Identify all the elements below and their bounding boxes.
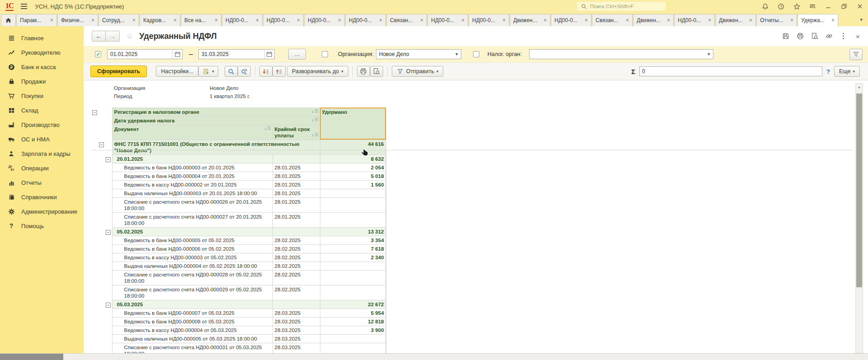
subgroup-empty-cell[interactable] (272, 154, 320, 163)
tab-close-icon[interactable]: × (50, 18, 53, 23)
tab-16[interactable]: НД00-0...× (674, 14, 715, 26)
favorites-icon[interactable] (793, 3, 800, 10)
tab-9[interactable]: Связан...× (386, 14, 427, 26)
sidebar-item-6[interactable]: Производство (0, 117, 84, 132)
tab-close-icon[interactable]: × (215, 18, 218, 23)
collapse-icon[interactable]: − (106, 157, 111, 162)
sidebar-item-2[interactable]: ₽Банк и касса (0, 60, 84, 74)
document-cell[interactable]: Списание с расчетного счета НД00-000027 … (112, 212, 272, 227)
document-cell[interactable]: Ведомость в банк НД00-000004 от 20.01.20… (112, 172, 272, 180)
withheld-cell[interactable]: 5 018 (320, 172, 386, 180)
deadline-cell[interactable]: 28.03.2025 (272, 309, 320, 317)
sidebar-item-10[interactable]: Отчеты (0, 175, 84, 190)
sidebar-item-1[interactable]: Руководителю (0, 45, 84, 60)
collapse-groups-button[interactable] (272, 66, 286, 77)
subgroup-total-cell[interactable]: 13 312 (320, 227, 386, 236)
subgroup-date-cell[interactable]: 05.02.2025 (112, 227, 272, 236)
sidebar-item-4[interactable]: Покупки (0, 89, 84, 103)
tab-close-icon[interactable]: × (256, 18, 259, 23)
withheld-cell[interactable]: 12 818 (320, 317, 386, 326)
withheld-cell[interactable] (320, 262, 386, 270)
tab-close-icon[interactable]: × (790, 18, 793, 23)
sidebar-item-3[interactable]: Продажи (0, 74, 84, 89)
tab-2[interactable]: Сотруд...× (99, 14, 139, 26)
hamburger-menu-icon[interactable] (21, 4, 27, 9)
organization-combobox[interactable]: Новое Дело ▼ (376, 49, 461, 59)
tab-close-icon[interactable]: × (831, 18, 835, 23)
subgroup-total-cell[interactable]: 22 672 (320, 300, 386, 309)
tab-7[interactable]: НД00-0...× (304, 14, 345, 26)
print-icon[interactable] (796, 33, 804, 40)
sidebar-item-11[interactable]: Справочники (0, 190, 84, 204)
col-withheld[interactable]: Удержано (320, 108, 386, 140)
print-preview-button[interactable] (370, 66, 383, 77)
document-cell[interactable]: Выдача наличных НД00-000004 от 05.02.202… (112, 262, 272, 270)
restore-icon[interactable] (840, 3, 848, 10)
link-icon[interactable] (825, 33, 833, 40)
tab-close-icon[interactable]: × (626, 18, 629, 23)
deadline-cell[interactable]: 28.02.2025 (272, 253, 320, 262)
deadline-cell[interactable]: 28.03.2025 (272, 343, 320, 353)
deadline-cell[interactable]: 28.01.2025 (272, 172, 320, 180)
deadline-cell[interactable]: 28.03.2025 (272, 317, 320, 326)
deadline-cell[interactable]: 28.02.2025 (272, 270, 320, 285)
more-button[interactable]: Еще▾ (834, 66, 860, 77)
sidebar-item-0[interactable]: Главное (0, 31, 84, 45)
tab-close-icon[interactable]: × (544, 18, 547, 23)
scrollbar-thumb[interactable] (856, 94, 862, 287)
withheld-cell[interactable] (320, 343, 386, 353)
chevron-down-icon[interactable]: ▼ (705, 52, 713, 56)
tab-close-icon[interactable]: × (749, 18, 752, 23)
close-icon[interactable]: × (854, 33, 862, 40)
subgroup-date-cell[interactable]: 05.03.2025 (112, 300, 272, 309)
calendar-icon[interactable] (172, 50, 182, 59)
tab-13[interactable]: НД00-0...× (551, 14, 591, 26)
expand-to-button[interactable]: Разворачивать до▾ (287, 66, 348, 77)
subgroup-total-cell[interactable]: 8 632 (320, 154, 386, 163)
sum-field[interactable] (639, 66, 822, 76)
collapse-icon[interactable]: − (106, 303, 111, 308)
help-link[interactable]: ? (826, 68, 830, 75)
withheld-cell[interactable] (320, 197, 386, 212)
calendar-icon[interactable] (264, 50, 274, 59)
preview-icon[interactable] (811, 33, 818, 40)
document-cell[interactable]: Ведомость в банк НД00-000006 от 05.02.20… (112, 244, 272, 253)
withheld-cell[interactable] (320, 212, 386, 227)
tab-close-icon[interactable]: × (132, 18, 136, 23)
tab-19[interactable]: Удержа...× (798, 14, 838, 26)
scroll-up-icon[interactable]: ▲ (856, 84, 863, 90)
deadline-cell[interactable]: 28.01.2025 (272, 189, 320, 197)
minimize-icon[interactable] (825, 3, 832, 10)
document-cell[interactable]: Ведомость в кассу НД00-000004 от 05.03.2… (112, 326, 272, 334)
send-button[interactable]: Отправить▾ (392, 66, 444, 77)
document-cell[interactable]: Ведомость в кассу НД00-000002 от 20.01.2… (112, 180, 272, 189)
sidebar-item-12[interactable]: Администрирование (0, 204, 84, 219)
history-icon[interactable] (777, 3, 784, 10)
withheld-cell[interactable]: 5 954 (320, 309, 386, 317)
tab-list-chevron-icon[interactable]: ▾ (858, 16, 864, 23)
document-cell[interactable]: Ведомость в банк НД00-000008 от 05.03.20… (112, 317, 272, 326)
date-from-field[interactable]: 01.01.2025 (107, 49, 183, 59)
tab-18[interactable]: Отчеты...× (756, 14, 797, 26)
deadline-cell[interactable]: 28.03.2025 (272, 326, 320, 334)
tab-17[interactable]: Движен...× (715, 14, 756, 26)
tab-14[interactable]: Связан...× (592, 14, 633, 26)
find-next-button[interactable] (238, 66, 251, 77)
withheld-cell[interactable]: 3 900 (320, 326, 386, 334)
sort-icon[interactable]: ↓ (264, 126, 271, 131)
group-name-cell[interactable]: ФНС 7715 КПП 771501001 (Общество с огран… (112, 140, 320, 154)
deadline-cell[interactable]: 28.02.2025 (272, 244, 320, 253)
tab-close-icon[interactable]: × (338, 18, 341, 23)
date-to-field[interactable]: 31.03.2025 (198, 49, 275, 59)
vertical-scrollbar[interactable]: ▲ (855, 83, 863, 353)
subgroup-date-cell[interactable]: 20.01.2025 (112, 154, 272, 163)
tab-10[interactable]: НД00-0...× (427, 14, 468, 26)
deadline-cell[interactable]: 28.02.2025 (272, 285, 320, 300)
sort-icon[interactable]: ↓ (312, 109, 318, 114)
organization-checkbox[interactable] (322, 51, 328, 57)
back-button[interactable]: ← (92, 31, 106, 42)
collapse-icon[interactable]: − (92, 110, 97, 115)
expand-groups-button[interactable] (259, 66, 272, 77)
tab-close-icon[interactable]: × (420, 18, 423, 23)
sort-icon[interactable]: ↓ (312, 133, 318, 137)
